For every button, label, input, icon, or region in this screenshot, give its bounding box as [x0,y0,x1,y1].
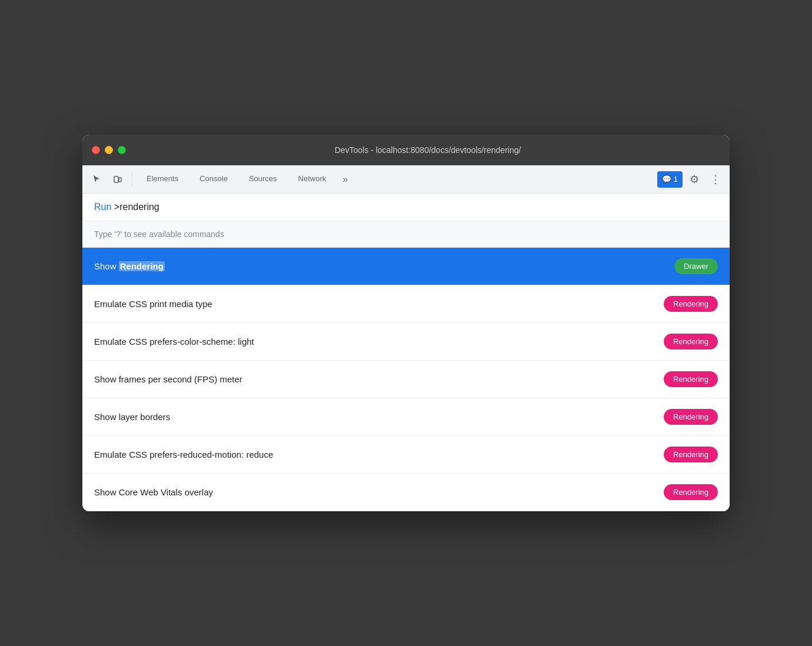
inspect-element-button[interactable] [87,170,106,189]
close-button[interactable] [92,146,100,154]
window-title: DevTools - localhost:8080/docs/devtools/… [135,145,720,155]
results-list: Show Rendering Drawer Emulate CSS print … [82,248,730,511]
main-content: Run >rendering Type '?' to see available… [82,194,730,511]
cursor-icon [92,175,101,184]
feedback-badge-button[interactable]: 💬 1 [657,171,683,188]
result-text: Show frames per second (FPS) meter [94,374,242,384]
tab-elements[interactable]: Elements [137,165,188,194]
more-options-button[interactable]: ⋮ [706,170,725,189]
tag-rendering-badge[interactable]: Rendering [664,484,718,500]
run-label: Run [94,202,111,212]
list-item[interactable]: Show Rendering Drawer [82,248,730,285]
svg-rect-1 [119,178,121,182]
traffic-lights [92,146,126,154]
result-text: Emulate CSS print media type [94,299,212,309]
list-item[interactable]: Emulate CSS print media type Rendering [82,285,730,323]
feedback-icon: 💬 [662,175,671,184]
hint-text: Type '?' to see available commands [94,229,224,239]
toolbar-right: 💬 1 ⚙ ⋮ [657,170,725,189]
settings-button[interactable]: ⚙ [685,170,704,189]
list-item[interactable]: Show frames per second (FPS) meter Rende… [82,361,730,398]
device-icon [113,175,122,184]
tag-rendering-badge[interactable]: Rendering [664,334,718,349]
list-item[interactable]: Emulate CSS prefers-color-scheme: light … [82,323,730,361]
svg-rect-0 [114,177,118,182]
tag-rendering-badge[interactable]: Rendering [664,371,718,387]
run-bar: Run >rendering [82,194,730,221]
hint-bar: Type '?' to see available commands [82,221,730,248]
list-item[interactable]: Show layer borders Rendering [82,398,730,436]
list-item[interactable]: Emulate CSS prefers-reduced-motion: redu… [82,436,730,474]
tag-rendering-badge[interactable]: Rendering [664,409,718,425]
tag-rendering-badge[interactable]: Rendering [664,296,718,312]
result-text: Show layer borders [94,412,170,422]
tab-sources[interactable]: Sources [239,165,287,194]
tag-rendering-badge[interactable]: Rendering [664,447,718,462]
run-command: >rendering [111,202,159,212]
minimize-button[interactable] [105,146,113,154]
result-text: Show Rendering [94,261,165,271]
device-toggle-button[interactable] [108,170,127,189]
list-item[interactable]: Show Core Web Vitals overlay Rendering [82,474,730,511]
tab-console[interactable]: Console [190,165,237,194]
more-tabs-button[interactable]: » [338,165,352,194]
result-text: Emulate CSS prefers-reduced-motion: redu… [94,449,273,459]
devtools-toolbar: Elements Console Sources Network » 💬 1 ⚙… [82,165,730,194]
tag-drawer-badge[interactable]: Drawer [674,258,718,274]
devtools-window: DevTools - localhost:8080/docs/devtools/… [82,135,730,511]
toolbar-divider [132,172,132,187]
result-text: Emulate CSS prefers-color-scheme: light [94,337,254,347]
tab-network[interactable]: Network [289,165,336,194]
titlebar: DevTools - localhost:8080/docs/devtools/… [82,135,730,165]
result-text: Show Core Web Vitals overlay [94,487,213,497]
maximize-button[interactable] [118,146,126,154]
